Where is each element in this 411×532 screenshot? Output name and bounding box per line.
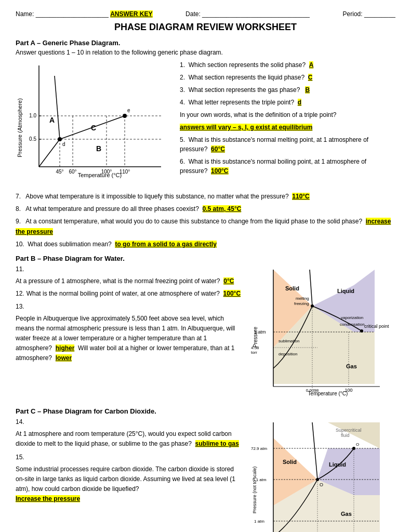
- svg-text:0.5: 0.5: [29, 136, 36, 142]
- svg-text:4.58: 4.58: [251, 345, 259, 350]
- svg-text:Supercritical: Supercritical: [336, 428, 362, 433]
- svg-line-20: [39, 139, 60, 167]
- svg-text:Gas: Gas: [346, 363, 357, 369]
- name-label: Name: _____________________ ANSWER KEY: [16, 10, 153, 18]
- svg-point-46: [360, 329, 363, 332]
- q10-answer: to go from a solid to a gas directly: [115, 241, 216, 248]
- q3-answer: B: [305, 86, 310, 94]
- q1: 1. Which section represents the solid ph…: [180, 60, 395, 70]
- q13-num: 13.: [16, 302, 24, 312]
- q13-text: People in Albuquerque live approximately…: [16, 314, 242, 364]
- q12: 12. What is the normal boiling point of …: [16, 289, 242, 299]
- q11: 11. At a pressure of 1 atmosphere, what …: [16, 264, 242, 286]
- svg-text:Gas: Gas: [341, 511, 352, 517]
- svg-marker-57: [328, 422, 380, 448]
- svg-text:0.0098: 0.0098: [306, 388, 319, 393]
- q3: 3. What section represents the gas phase…: [180, 85, 395, 95]
- generic-phase-diagram: Pressure (Atmosphere) Temperature (°C) 1…: [16, 60, 171, 187]
- triple-point-answer: answers will vary – s, l, g exist at equ…: [180, 124, 312, 131]
- part-a-questions: 1. Which section represents the solid ph…: [180, 60, 395, 187]
- q11-answer: 0°C: [223, 277, 234, 285]
- q2-answer: C: [308, 74, 313, 81]
- svg-text:5.1 atm: 5.1 atm: [253, 477, 267, 482]
- svg-text:freezing: freezing: [294, 301, 309, 306]
- svg-text:110°: 110°: [120, 169, 130, 175]
- q7-answer: 110°C: [292, 193, 310, 200]
- svg-text:e: e: [127, 108, 130, 113]
- q12-num: 12.: [16, 289, 24, 299]
- svg-text:condensation: condensation: [340, 322, 365, 327]
- q13: 13. People in Albuquerque live approxima…: [16, 302, 242, 364]
- q8-answer: 0.5 atm, 45°C: [203, 205, 242, 212]
- svg-text:100: 100: [344, 388, 352, 393]
- q11-num: 11.: [16, 264, 24, 274]
- q15: 15. Some industrial processes require ca…: [16, 453, 242, 504]
- svg-text:72.9 atm: 72.9 atm: [251, 446, 267, 451]
- part-b-container: 11. At a pressure of 1 atmosphere, what …: [16, 264, 395, 401]
- svg-text:B: B: [96, 144, 101, 153]
- svg-text:melting: melting: [296, 296, 309, 301]
- svg-text:1.0: 1.0: [29, 113, 36, 118]
- svg-text:Pressure (Atmosphere): Pressure (Atmosphere): [17, 98, 23, 157]
- svg-text:Pressure (not to scale): Pressure (not to scale): [252, 467, 257, 514]
- svg-text:O: O: [320, 482, 323, 487]
- svg-text:critical point: critical point: [364, 324, 389, 329]
- part-c-title: Part C – Phase Diagram for Carbon Dioxid…: [16, 407, 395, 415]
- part-a-title: Part A – Generic Phase Diagram.: [16, 39, 395, 47]
- svg-text:Liquid: Liquid: [337, 288, 354, 294]
- q12-answer: 100°C: [223, 290, 241, 297]
- part-b-questions: 11. At a pressure of 1 atmosphere, what …: [16, 264, 242, 401]
- q11-text: At a pressure of 1 atmosphere, what is t…: [16, 276, 234, 286]
- svg-text:100°: 100°: [101, 169, 112, 175]
- q5: 5. What is this substance's normal melti…: [180, 135, 395, 154]
- svg-line-18: [55, 76, 60, 139]
- q13-answer1: higher: [56, 344, 75, 352]
- svg-text:sublimation: sublimation: [279, 339, 299, 343]
- header-row: Name: _____________________ ANSWER KEY D…: [16, 10, 395, 18]
- q-triple-answer: answers will vary – s, l, g exist at equ…: [180, 123, 395, 132]
- q15-answer: Increase the pressure: [16, 495, 80, 502]
- q15-num: 15.: [16, 453, 24, 462]
- water-phase-diagram: Pressure Temperature (°C) 1 atm 4.58 tor…: [250, 264, 395, 401]
- q4-answer: d: [298, 99, 301, 106]
- svg-text:C: C: [91, 124, 96, 132]
- part-b: Part B – Phase Diagram for Water. 11. At…: [16, 255, 395, 401]
- q2: 2. What section represents the liquid ph…: [180, 73, 395, 82]
- svg-text:Liquid: Liquid: [329, 461, 346, 468]
- q15-text: Some industrial processes require carbon…: [16, 464, 242, 504]
- date-label: Date: _______________________________: [185, 10, 310, 18]
- page-title: PHASE DIAGRAM REVIEW WORKSHEET: [16, 22, 395, 33]
- svg-point-26: [123, 114, 127, 118]
- svg-text:d: d: [62, 141, 65, 147]
- svg-line-40: [310, 270, 312, 306]
- q6-answer: 100°C: [211, 167, 229, 175]
- part-a-intro: Answer questions 1 – 10 in relation to t…: [16, 49, 395, 56]
- q6: 6. What is this substance's normal boili…: [180, 157, 395, 176]
- q14-num: 14.: [16, 417, 24, 427]
- svg-text:1 atm: 1 atm: [254, 329, 266, 335]
- q1-answer: A: [309, 61, 314, 69]
- svg-text:Solid: Solid: [285, 285, 299, 291]
- q14-answer: sublime to gas: [195, 440, 239, 447]
- svg-text:deposition: deposition: [279, 352, 297, 356]
- period-label: Period: _________: [343, 10, 395, 18]
- q7: 7. Above what temperature is it impossib…: [16, 192, 395, 202]
- q10: 10. What does sublimation mean? to go fr…: [16, 240, 395, 249]
- svg-text:A: A: [49, 116, 55, 124]
- q-triple-def: In your own words, what is the definitio…: [180, 110, 395, 119]
- svg-line-73: [312, 422, 317, 480]
- q14: 14. At 1 atmosphere and room temperature…: [16, 417, 242, 449]
- svg-text:O: O: [356, 442, 359, 447]
- svg-text:vaporization: vaporization: [341, 315, 363, 320]
- q9-answer: increase the pressure: [16, 218, 391, 235]
- svg-text:60°: 60°: [69, 169, 76, 175]
- q4: 4. What letter represents the triple poi…: [180, 98, 395, 107]
- q9: 9. At a constant temperature, what would…: [16, 217, 395, 236]
- part-c-container: 14. At 1 atmosphere and room temperature…: [16, 417, 395, 532]
- answer-key-label: ANSWER KEY: [110, 10, 152, 18]
- svg-text:Solid: Solid: [283, 459, 297, 465]
- q8: 8. At what temperature and pressure do a…: [16, 204, 395, 214]
- svg-text:torr: torr: [251, 350, 257, 355]
- part-c-questions: 14. At 1 atmosphere and room temperature…: [16, 417, 242, 532]
- svg-text:fluid: fluid: [341, 433, 350, 438]
